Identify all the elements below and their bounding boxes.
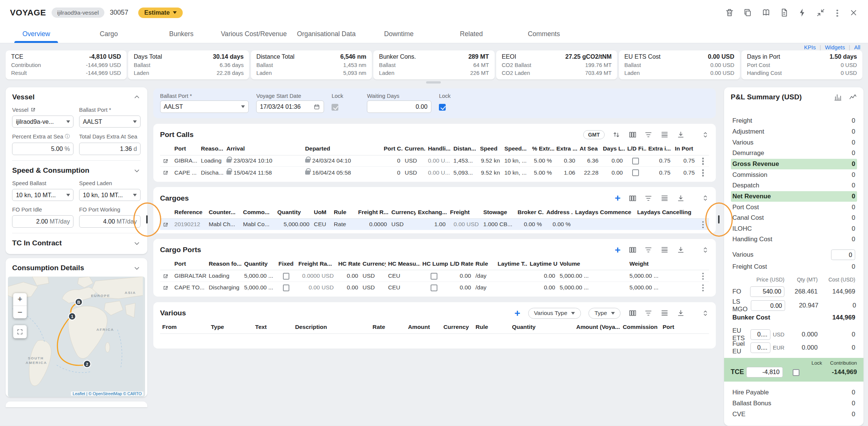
col-pct-extra[interactable]: % Extr... [530, 144, 554, 155]
col-freight[interactable]: Freight [448, 207, 481, 218]
col-at-sea[interactable]: At Sea [578, 144, 601, 155]
col-port-cost[interactable]: Port C... [382, 144, 403, 155]
add-various-button[interactable]: + [515, 309, 520, 317]
tab-overview[interactable]: Overview [0, 26, 72, 43]
info-icon[interactable]: ⓘ [65, 133, 70, 140]
col-address[interactable]: Address ... [544, 207, 573, 218]
col-hc-lumpsum[interactable]: HC Lump... [420, 259, 448, 270]
col-freight-rate[interactable]: Freight R... [356, 207, 389, 218]
columns-icon[interactable] [628, 131, 637, 139]
col-fixed[interactable]: Fixed [276, 259, 296, 270]
row-menu-icon[interactable] [702, 275, 704, 277]
calendar-icon[interactable] [313, 103, 320, 110]
waiting-days-input[interactable]: 0.00 [367, 100, 431, 113]
unfold-more-icon[interactable] [701, 194, 709, 202]
close-icon[interactable] [849, 8, 858, 17]
zoom-in-button[interactable]: + [13, 293, 26, 306]
cargo-row[interactable]: 20190212 Mabl Ch... Mabl Co... 5,000.000… [160, 218, 709, 230]
col-port[interactable]: Port [172, 144, 199, 155]
col-counterparty[interactable]: Counter... [206, 207, 241, 218]
unfold-more-icon[interactable] [701, 246, 709, 254]
link-all[interactable]: All [854, 44, 860, 50]
col-amount[interactable]: Amount [406, 322, 441, 333]
col-quantity[interactable]: Quantity [242, 259, 276, 270]
filter-icon[interactable] [644, 194, 653, 202]
voyage-map[interactable]: EUROPE ASIA AFRICA SOUTH AMERICA B 1 2 [8, 277, 145, 397]
col-hc-rate[interactable]: HC Rate [336, 259, 361, 270]
bar-chart-icon[interactable] [834, 93, 842, 101]
panel-resize-handle-right[interactable] [718, 215, 720, 224]
col-stowage[interactable]: Stowage [481, 207, 515, 218]
various-type-select[interactable]: Various Type [528, 308, 581, 319]
col-exchange[interactable]: Exchang... [416, 207, 448, 218]
col-currency[interactable]: Currency [389, 207, 416, 218]
fuel-eu-price-input[interactable]: 0.... [750, 342, 770, 353]
open-row-icon[interactable] [162, 158, 168, 164]
col-rule[interactable]: Rule [332, 207, 356, 218]
col-laydays-commence[interactable]: Laydays Commence [573, 207, 635, 218]
col-port[interactable]: Port [172, 259, 206, 270]
download-icon[interactable] [677, 246, 685, 254]
add-cargo-button[interactable]: + [615, 194, 620, 202]
open-row-icon[interactable] [162, 222, 168, 228]
map-attribution[interactable]: Leaflet | © OpenStreetMap © CARTO [71, 391, 143, 396]
col-currency[interactable]: Curren... [402, 144, 426, 155]
col-arrival[interactable]: Arrival [224, 144, 303, 155]
chevron-down-icon[interactable] [133, 167, 141, 175]
ld-finished-checkbox[interactable] [632, 158, 639, 164]
row-menu-icon[interactable] [702, 160, 704, 162]
row-density-icon[interactable] [660, 194, 669, 202]
col-currency[interactable]: Currency [441, 322, 473, 333]
col-handling[interactable]: Handli... [426, 144, 451, 155]
fo-port-working-input[interactable]: 4.00MT/day [79, 215, 141, 227]
col-quantity[interactable]: Quantity [510, 322, 574, 333]
voyage-start-date-input[interactable]: 17/03/24 01:36 [256, 100, 324, 113]
tab-organisational-data[interactable]: Organisational Data [290, 26, 362, 43]
row-density-icon[interactable] [660, 309, 669, 317]
ld-finished-chec kbox[interactable] [632, 169, 639, 176]
col-commission[interactable]: Commission [620, 322, 660, 333]
zoom-out-button[interactable]: − [13, 306, 26, 319]
col-in-port[interactable]: In Port [672, 144, 697, 155]
col-type[interactable]: Type [209, 322, 253, 333]
collapse-icon[interactable] [816, 8, 825, 17]
col-extra[interactable]: Extra ... [554, 144, 578, 155]
lock-checkbox[interactable] [439, 104, 446, 111]
link-kpis[interactable]: KPIs [804, 44, 816, 50]
row-menu-icon[interactable] [702, 172, 704, 173]
open-row-icon[interactable] [162, 273, 168, 279]
col-laytime-terms[interactable]: Laytime T... [495, 259, 527, 270]
columns-icon[interactable] [628, 194, 637, 202]
col-quantity[interactable]: Quantity [275, 207, 312, 218]
col-rule[interactable]: Rule [473, 259, 495, 270]
col-rate[interactable]: Rate [370, 322, 406, 333]
estimate-dropdown-button[interactable]: Estimate [138, 8, 183, 18]
logbook-icon[interactable] [761, 8, 771, 17]
col-text[interactable]: Text [253, 322, 293, 333]
col-weight[interactable]: Weight [627, 259, 697, 270]
filter-icon[interactable] [644, 246, 653, 254]
col-description[interactable]: Description [293, 322, 370, 333]
ballast-port-select[interactable]: AALST [160, 100, 249, 113]
hc-lumpsum-checkbox[interactable] [431, 285, 437, 291]
col-laytime-used[interactable]: Laytime U... [527, 259, 557, 270]
copy-icon[interactable] [743, 8, 752, 17]
percent-extra-input[interactable]: 5.00% [12, 143, 73, 155]
tce-lock-checkbox[interactable] [793, 369, 799, 376]
open-row-icon[interactable] [162, 170, 168, 176]
cargo-port-row[interactable]: GIBRALTAR Loading 5,000.00 ... 0.0000 US… [160, 270, 709, 282]
col-commodity[interactable]: Commo... [241, 207, 275, 218]
col-hc-measure[interactable]: HC Measu... [386, 259, 420, 270]
gmt-button[interactable]: GMT [583, 130, 604, 139]
pdf-export-icon[interactable] [779, 8, 789, 17]
speed-ballast-select[interactable]: 10 kn, 10 MT... [12, 189, 73, 201]
col-extra-idle[interactable]: Extra i... [646, 144, 673, 155]
fixed-checkbox[interactable] [283, 285, 290, 291]
various-input[interactable]: 0 [831, 250, 856, 260]
unfold-more-icon[interactable] [701, 131, 709, 139]
col-speed-cons[interactable]: Speed... [502, 144, 530, 155]
col-reason[interactable]: Reason fo... [206, 259, 242, 270]
port-call-row[interactable]: CAPE ... Discha... 15/04/24 11:58 16/04/… [160, 167, 709, 178]
col-port[interactable]: Port [660, 322, 709, 333]
kpi-section-resize-handle[interactable] [426, 81, 440, 84]
